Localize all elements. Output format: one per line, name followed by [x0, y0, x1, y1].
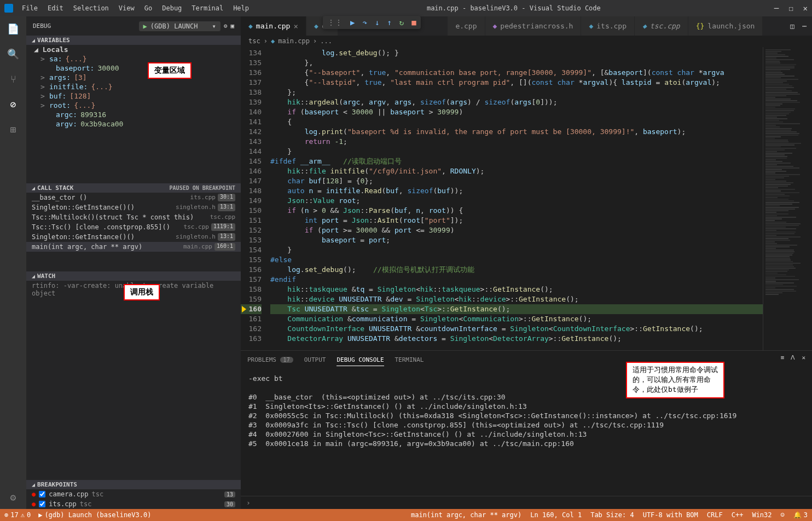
panel-tab-output[interactable]: OUTPUT — [304, 354, 326, 366]
status-tabsize[interactable]: Tab Size: 4 — [590, 511, 634, 519]
tab-its-cpp[interactable]: ◆its.cpp — [581, 16, 635, 36]
code-editor[interactable]: 1341351361371381391401411421431441451461… — [241, 47, 812, 350]
callstack-frame[interactable]: main(int argc, char ** argv)main.cpp160:… — [26, 242, 241, 252]
window-title: main.cpp - baselineV3.0 - Visual Studio … — [253, 4, 774, 12]
statusbar: ⊗ 17 ⚠ 0 ▶ (gdb) Launch (baselineV3.0) m… — [0, 509, 812, 521]
menu-terminal[interactable]: Terminal — [187, 2, 228, 14]
tab-tsc-cpp[interactable]: ◆tsc.cpp — [635, 16, 688, 36]
settings-icon[interactable]: ⚙ — [7, 490, 20, 503]
callstack-header[interactable]: ◢CALL STACK PAUSED ON BREAKPOINT — [26, 183, 241, 193]
step-into-icon[interactable]: ↓ — [375, 18, 379, 27]
more-icon[interactable]: ⋯ — [802, 22, 807, 30]
status-bell-icon[interactable]: 🔔 3 — [793, 511, 808, 519]
search-icon[interactable]: 🔍 — [7, 47, 20, 60]
variable-item[interactable]: >initfile: {...} — [26, 82, 241, 91]
variables-list: ◢ Locals >sa: {...}baseport: 30000>args:… — [26, 45, 241, 129]
breakpoint-item[interactable]: ●its.cpptsc30 — [26, 499, 241, 509]
minimize-icon[interactable]: ─ — [774, 4, 779, 13]
tab-pedestriancross[interactable]: ◆pedestriancross.h — [485, 16, 582, 36]
menu-selection[interactable]: Selection — [69, 2, 113, 14]
continue-icon[interactable]: ▶ — [350, 18, 355, 27]
debug-console-output[interactable]: -exec bt #0 __base_ctor (this=<optimized… — [241, 369, 812, 496]
menu-view[interactable]: View — [114, 2, 139, 14]
panel-tab-debug-console[interactable]: DEBUG CONSOLE — [337, 354, 384, 366]
variables-header[interactable]: ◢VARIABLES — [26, 36, 241, 45]
drag-handle-icon[interactable]: ⋮⋮ — [327, 18, 343, 27]
step-out-icon[interactable]: ↑ — [387, 18, 391, 27]
breakpoint-checkbox[interactable] — [39, 491, 45, 497]
breakpoint-item[interactable]: ●camera.cpptsc13 — [26, 489, 241, 499]
variable-item[interactable]: >sa: {...} — [26, 54, 241, 63]
variable-item[interactable]: argv: 0x3b9aca00 — [26, 119, 241, 129]
callstack-frame[interactable]: Singleton::GetInstance()()singleton.h13:… — [26, 202, 241, 212]
filter-icon[interactable]: ≡ — [781, 354, 785, 366]
restart-icon[interactable]: ↻ — [399, 18, 404, 27]
cpp-icon: ◆ — [248, 22, 253, 30]
explorer-icon[interactable]: 📄 — [7, 22, 20, 35]
variable-item[interactable]: baseport: 30000 — [26, 63, 241, 73]
menu-go[interactable]: Go — [140, 2, 156, 14]
step-over-icon[interactable]: ↷ — [362, 18, 367, 27]
vscode-logo-icon — [4, 4, 13, 13]
stop-icon[interactable]: ■ — [411, 18, 416, 27]
status-encoding[interactable]: UTF-8 with BOM — [643, 511, 698, 519]
debug-console-input[interactable]: › — [241, 496, 812, 509]
bottom-panel: PROBLEMS 17 OUTPUT DEBUG CONSOLE TERMINA… — [241, 350, 812, 509]
breakpoints-header[interactable]: ◢BREAKPOINTS — [26, 480, 241, 489]
menu-debug[interactable]: Debug — [158, 2, 186, 14]
callstack-frame[interactable]: Singleton::GetInstance()()singleton.h13:… — [26, 232, 241, 242]
debug-icon[interactable]: ⊘ — [7, 97, 20, 111]
breadcrumb[interactable]: tsc › ◆ main.cpp › ... — [241, 36, 812, 47]
tab-e-cpp[interactable]: e.cpp — [448, 16, 485, 36]
launch-config-dropdown[interactable]: ▶ (gdb) Launch ▾ — [139, 21, 221, 31]
menu-bar: File Edit Selection View Go Debug Termin… — [18, 2, 253, 14]
play-icon: ▶ — [143, 22, 147, 30]
tab-main-cpp[interactable]: ◆ main.cpp × — [241, 16, 306, 36]
sidebar-title: DEBUG — [33, 22, 51, 30]
window-controls: ─ ☐ ✕ — [774, 4, 808, 13]
status-launch[interactable]: ▶ (gdb) Launch (baselineV3.0) — [38, 511, 151, 519]
callstack-frame[interactable]: __base_ctor ()its.cpp30:1 — [26, 193, 241, 202]
activity-bar: 📄 🔍 ⑂ ⊘ ⊞ ⚙ — [0, 16, 26, 509]
split-editor-icon[interactable]: ◫ — [790, 22, 794, 30]
close-tab-icon[interactable]: × — [293, 22, 298, 31]
breakpoint-checkbox[interactable] — [39, 501, 45, 507]
panel-tab-terminal[interactable]: TERMINAL — [395, 354, 424, 366]
watch-header[interactable]: ◢WATCH — [26, 271, 241, 281]
menu-file[interactable]: File — [18, 2, 42, 14]
gear-icon[interactable]: ⚙ — [224, 22, 228, 30]
menu-edit[interactable]: Edit — [43, 2, 68, 14]
extensions-icon[interactable]: ⊞ — [7, 123, 20, 136]
close-icon[interactable]: ✕ — [803, 4, 808, 13]
status-position[interactable]: Ln 160, Col 1 — [530, 511, 582, 519]
status-function[interactable]: main(int argc, char ** argv) — [411, 511, 521, 519]
status-language[interactable]: C++ — [732, 511, 744, 519]
variable-item[interactable]: >args: [3] — [26, 73, 241, 82]
status-errors[interactable]: ⊗ 17 ⚠ 0 — [4, 511, 31, 519]
debug-sidebar: DEBUG ▶ (gdb) Launch ▾ ⚙ ▣ ◢VARIABLES ◢ … — [26, 16, 241, 509]
console-icon[interactable]: ▣ — [230, 22, 234, 30]
minimap[interactable] — [763, 47, 812, 350]
callstack-frame[interactable]: Tsc::Multilock()(struct Tsc * const this… — [26, 212, 241, 222]
status-feedback-icon[interactable]: ☺ — [781, 511, 785, 519]
locals-group[interactable]: ◢ Locals — [26, 45, 241, 54]
source-control-icon[interactable]: ⑂ — [7, 72, 20, 85]
status-os[interactable]: Win32 — [752, 511, 772, 519]
panel-tab-problems[interactable]: PROBLEMS 17 — [247, 354, 293, 366]
editor-tabs: ◆ main.cpp × ◆ca ⋮⋮ ▶ ↷ ↓ ↑ ↻ ■ e.cpp ◆p… — [241, 16, 812, 36]
status-eol[interactable]: CRLF — [707, 511, 723, 519]
annotation-variables: 变量区域 — [148, 62, 192, 79]
callstack-list: __base_ctor ()its.cpp30:1Singleton::GetI… — [26, 193, 241, 252]
titlebar: File Edit Selection View Go Debug Termin… — [0, 0, 812, 16]
tab-launch-json[interactable]: {}launch.json — [688, 16, 763, 36]
maximize-icon[interactable]: ☐ — [788, 4, 793, 13]
variable-item[interactable]: >buf: [128] — [26, 91, 241, 101]
menu-help[interactable]: Help — [229, 2, 253, 14]
callstack-frame[interactable]: Tsc::Tsc() [clone .constprop.855]()tsc.c… — [26, 222, 241, 232]
variable-item[interactable]: argc: 899316 — [26, 110, 241, 119]
annotation-console: 适用于习惯用常用命令调试的，可以输入所有常用命令，此处仅bt做例子 — [626, 362, 724, 398]
close-panel-icon[interactable]: ✕ — [802, 354, 805, 366]
annotation-callstack: 调用栈 — [124, 284, 160, 300]
variable-item[interactable]: >root: {...} — [26, 101, 241, 110]
collapse-panel-icon[interactable]: ᐱ — [791, 354, 795, 366]
